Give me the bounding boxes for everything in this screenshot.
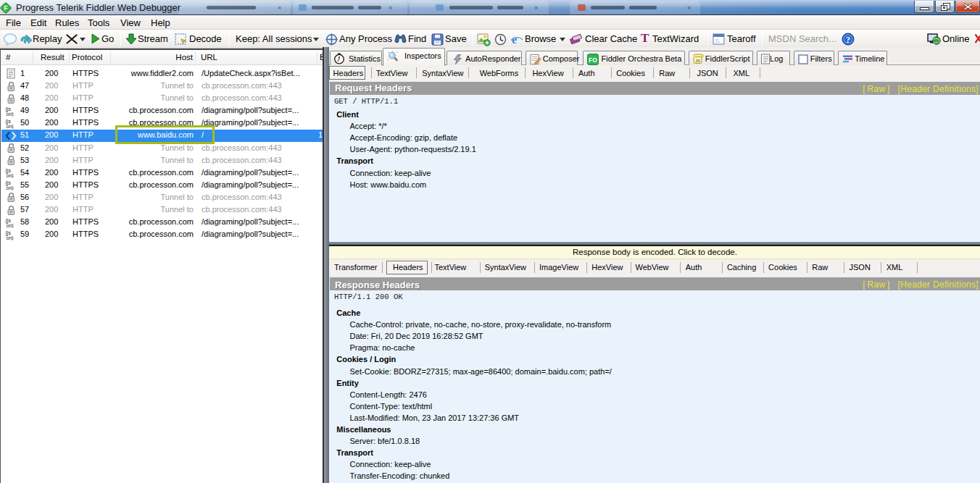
svg-text:on}: on}: [7, 124, 14, 129]
svg-text:on}: on}: [7, 173, 14, 178]
svg-text:on}: on}: [7, 235, 14, 240]
svg-text:?: ?: [846, 35, 850, 45]
svg-text:JS: JS: [695, 59, 700, 63]
svg-text:on}: on}: [7, 185, 14, 190]
svg-text:on}: on}: [7, 112, 14, 117]
svg-text:F: F: [4, 4, 7, 12]
svg-text:e: e: [512, 33, 517, 46]
svg-text:on}: on}: [7, 223, 14, 228]
svg-text:FO: FO: [589, 56, 597, 64]
